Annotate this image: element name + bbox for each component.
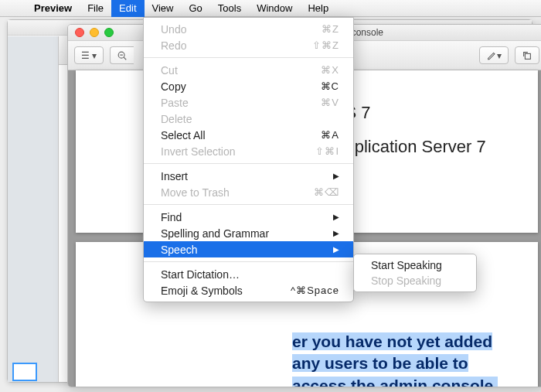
svg-rect-3 [525, 53, 530, 59]
menu-separator [144, 57, 353, 58]
menubar: Preview File Edit View Go Tools Window H… [0, 0, 541, 17]
menu-invert-selection[interactable]: Invert Selection⇧⌘I [144, 143, 353, 159]
menu-find[interactable]: Find▶ [144, 209, 353, 225]
menu-select-all[interactable]: Select All⌘A [144, 127, 353, 143]
zoom-out-button[interactable] [110, 46, 134, 64]
menu-insert[interactable]: Insert▶ [144, 168, 353, 184]
submenu-arrow-icon: ▶ [333, 213, 339, 221]
menu-tools[interactable]: Tools [210, 0, 249, 17]
app-menu[interactable]: Preview [26, 0, 80, 17]
menu-delete[interactable]: Delete [144, 111, 353, 127]
submenu-arrow-icon: ▶ [333, 245, 339, 254]
menu-start-speaking[interactable]: Start Speaking [354, 257, 476, 273]
menu-paste[interactable]: Paste⌘V [144, 94, 353, 111]
menu-spelling-grammar[interactable]: Spelling and Grammar▶ [144, 225, 353, 241]
markup-button[interactable]: ▾ [479, 46, 509, 64]
menu-undo[interactable]: Undo⌘Z [144, 21, 353, 37]
bg-sidebar [8, 36, 59, 382]
svg-line-1 [124, 57, 127, 60]
menu-start-dictation[interactable]: Start Dictation… [144, 266, 353, 282]
zoom-out-icon [117, 50, 128, 61]
close-button[interactable] [75, 28, 84, 37]
rotate-button[interactable] [515, 46, 539, 64]
selected-text[interactable]: er you have not yet added any users to b… [292, 332, 498, 387]
menu-separator [144, 204, 353, 205]
menu-file[interactable]: File [80, 0, 111, 17]
menu-move-to-trash[interactable]: Move to Trash⌘⌫ [144, 184, 353, 200]
menu-stop-speaking[interactable]: Stop Speaking [354, 273, 476, 288]
minimize-button[interactable] [90, 28, 99, 37]
menu-separator [144, 163, 353, 164]
menu-cut[interactable]: Cut⌘X [144, 62, 353, 78]
menu-go[interactable]: Go [181, 0, 209, 17]
zoom-button[interactable] [104, 28, 114, 37]
pen-icon [486, 50, 497, 61]
rotate-icon [522, 50, 532, 61]
view-mode-button[interactable]: ☰ ▾ [74, 46, 104, 64]
menu-emoji-symbols[interactable]: Emoji & Symbols^⌘Space [144, 282, 353, 298]
menu-help[interactable]: Help [300, 0, 336, 17]
bg-thumbnail[interactable] [12, 363, 37, 381]
menu-separator [144, 261, 353, 262]
submenu-arrow-icon: ▶ [333, 229, 339, 237]
menu-redo[interactable]: Redo⇧⌘Z [144, 37, 353, 53]
edit-menu-dropdown: Undo⌘Z Redo⇧⌘Z Cut⌘X Copy⌘C Paste⌘V Dele… [143, 17, 354, 302]
menu-speech[interactable]: Speech▶ [144, 241, 353, 257]
menu-view[interactable]: View [145, 0, 182, 17]
speech-submenu: Start Speaking Stop Speaking [353, 254, 477, 292]
menu-copy[interactable]: Copy⌘C [144, 78, 353, 94]
submenu-arrow-icon: ▶ [333, 172, 339, 180]
menu-edit[interactable]: Edit [111, 0, 144, 17]
window-controls [68, 28, 121, 37]
menu-window[interactable]: Window [249, 0, 300, 17]
